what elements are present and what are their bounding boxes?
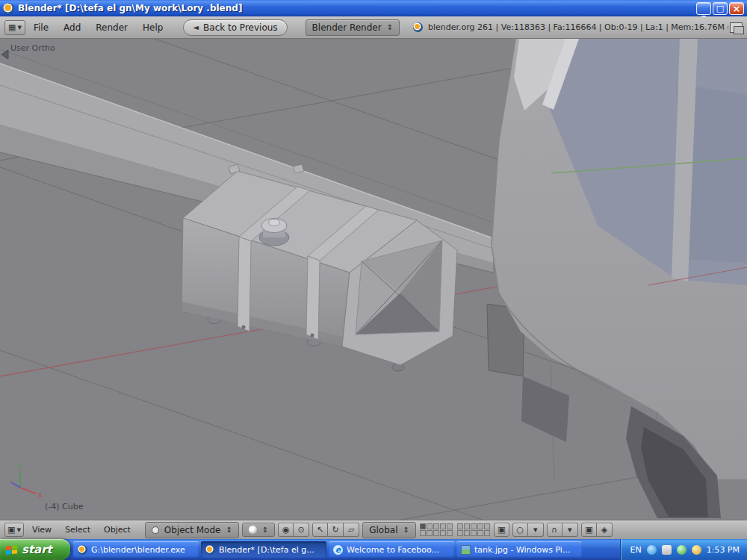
screen-layout-icon[interactable] [730, 22, 743, 33]
view-name-label: User Ortho [10, 43, 55, 53]
picture-viewer-icon [461, 545, 471, 555]
layer-cell[interactable] [471, 523, 477, 529]
lock-to-scene-button[interactable]: ▣ [494, 523, 509, 537]
layer-cell[interactable] [427, 530, 433, 536]
proportional-dropdown[interactable]: ▾ [528, 523, 544, 537]
taskbar-item-blender-file[interactable]: Blender* [D:\tefa el g... [201, 541, 326, 558]
language-indicator[interactable]: EN [630, 545, 641, 555]
layer-cell[interactable] [447, 523, 453, 529]
update-icon[interactable] [692, 545, 701, 555]
pivot-group: ◉ ⊙ [278, 523, 309, 537]
layer-cell[interactable] [464, 523, 470, 529]
layer-cell[interactable] [420, 530, 426, 536]
filler-cap [259, 219, 289, 246]
layer-cell[interactable] [433, 530, 439, 536]
translate-manipulator-button[interactable]: ↖ [312, 523, 328, 537]
messenger-icon[interactable] [647, 545, 657, 555]
render-group: ▣ ◈ [581, 523, 613, 537]
layer-cell[interactable] [484, 530, 490, 536]
editor-type-icon: ▣ [7, 525, 15, 535]
pivot-point-button[interactable]: ◉ [278, 523, 294, 537]
layer-cell[interactable] [477, 530, 483, 536]
editor-type-icon: ▦ [8, 22, 16, 32]
blender-info-header: ▦ ▾ File Add Render Help ◄ Back to Previ… [0, 16, 747, 39]
back-to-previous-button[interactable]: ◄ Back to Previous [183, 19, 287, 36]
mode-icon [152, 526, 159, 534]
proportional-edit-button[interactable]: ○ [512, 523, 528, 537]
viewport-shading-select[interactable]: ⇕ [242, 523, 275, 537]
clock: 1:53 PM [707, 545, 740, 555]
scale-manipulator-button[interactable]: ▱ [344, 523, 359, 537]
layer-cell[interactable] [484, 523, 490, 529]
shading-solid-icon [249, 526, 257, 534]
network-icon[interactable] [677, 545, 686, 555]
blender-window: Blender* [D:\tefa el gn\My work\Lory .bl… [0, 0, 747, 560]
layer-grid[interactable] [457, 523, 490, 536]
layer-cell[interactable] [471, 530, 477, 536]
snap-mode-dropdown[interactable]: ▾ [562, 523, 578, 537]
task-buttons: G:\blender\blender.exe Blender* [D:\tefa… [70, 539, 620, 560]
blender-app-icon [3, 3, 14, 14]
taskbar-item-tank-jpg[interactable]: tank.jpg - Windows Pi... [456, 541, 582, 558]
taskbar: start G:\blender\blender.exe Blender* [D… [0, 539, 747, 560]
volume-icon[interactable] [662, 545, 672, 555]
layer-cell[interactable] [447, 530, 453, 536]
scene-statistics: blender.org 261 | Ve:118363 | Fa:116664 … [428, 22, 728, 32]
layer-cell[interactable] [440, 523, 446, 529]
layer-cell[interactable] [440, 530, 446, 536]
opengl-render-button[interactable]: ▣ [581, 523, 597, 537]
viewport-header: ▣ ▾ View Select Object Object Mode ⇕ ⇕ ◉… [0, 520, 747, 539]
layer-grid[interactable] [420, 523, 453, 536]
titlebar: Blender* [D:\tefa el gn\My work\Lory .bl… [0, 0, 747, 16]
layer-cell[interactable] [427, 523, 433, 529]
editor-type-button-3dview[interactable]: ▣ ▾ [4, 523, 24, 537]
layer-cell[interactable] [420, 523, 426, 529]
close-button[interactable]: × [729, 2, 744, 15]
menu-object[interactable]: Object [99, 523, 136, 537]
internet-explorer-icon: e [333, 545, 343, 555]
layer-cell[interactable] [457, 530, 463, 536]
viewport-3d[interactable]: User Ortho (-4) Cube x z [0, 39, 747, 520]
maximize-button[interactable]: □ [713, 2, 728, 15]
viewport-scene[interactable]: User Ortho (-4) Cube x z [0, 39, 747, 520]
menu-view[interactable]: View [27, 523, 57, 537]
windows-flag-icon [6, 545, 17, 555]
menu-help[interactable]: Help [136, 20, 170, 35]
start-button[interactable]: start [0, 539, 70, 560]
system-tray: EN 1:53 PM [620, 539, 747, 560]
active-object-label: (-4) Cube [45, 502, 84, 511]
axis-x-label: x [38, 491, 43, 499]
proportional-edit-group: ○ ▾ [512, 523, 544, 537]
layer-cell[interactable] [433, 523, 439, 529]
rotate-manipulator-button[interactable]: ↻ [328, 523, 344, 537]
layer-cell[interactable] [457, 523, 463, 529]
transform-orientation-select[interactable]: Global ⇕ [362, 522, 416, 538]
editor-type-button[interactable]: ▦ ▾ [4, 20, 25, 35]
snap-group: ∩ ▾ [547, 523, 578, 537]
menu-select[interactable]: Select [60, 523, 96, 537]
menu-add[interactable]: Add [57, 20, 87, 35]
layer-cell[interactable] [477, 523, 483, 529]
chevron-down-icon: ▾ [16, 525, 21, 535]
menu-file[interactable]: File [27, 20, 55, 35]
opengl-render-anim-button[interactable]: ◈ [597, 523, 613, 537]
menu-render[interactable]: Render [89, 20, 134, 35]
minimize-button[interactable]: _ [696, 2, 711, 15]
updown-arrow-icon: ⇕ [387, 23, 393, 31]
updown-arrow-icon: ⇕ [262, 526, 268, 534]
taskbar-item-facebook[interactable]: e Welcome to Faceboo... [329, 541, 454, 558]
pivot-align-button[interactable]: ⊙ [294, 523, 309, 537]
chevron-down-icon: ▾ [17, 22, 22, 32]
render-engine-select[interactable]: Blender Render ⇕ [306, 19, 400, 36]
back-arrow-icon: ◄ [193, 23, 199, 31]
manipulator-group: ↖ ↻ ▱ [312, 523, 359, 537]
status-line: blender.org 261 | Ve:118363 | Fa:116664 … [413, 22, 728, 32]
blender-logo-icon [413, 22, 423, 32]
window-title: Blender* [D:\tefa el gn\My work\Lory .bl… [18, 3, 692, 13]
layer-cell[interactable] [464, 530, 470, 536]
blender-icon [78, 545, 87, 555]
blender-icon [205, 545, 215, 555]
snap-magnet-button[interactable]: ∩ [547, 523, 562, 537]
mode-select[interactable]: Object Mode ⇕ [145, 522, 239, 538]
taskbar-item-blender-exe[interactable]: G:\blender\blender.exe [73, 541, 199, 558]
